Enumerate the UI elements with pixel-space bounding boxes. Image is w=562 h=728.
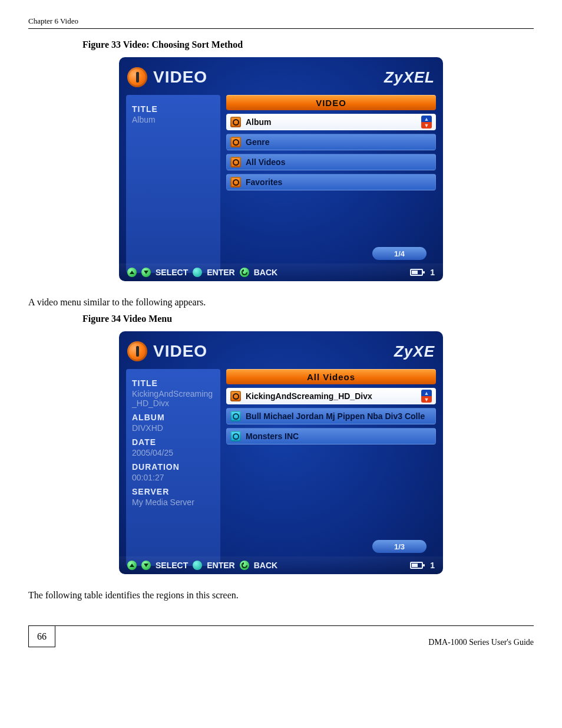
side-server-value: My Media Server	[132, 498, 214, 507]
section-logo: VIDEO	[127, 67, 207, 87]
item-icon	[230, 117, 241, 127]
running-head: Chapter 6 Video	[28, 17, 534, 26]
hint-bar: SELECT ENTER BACK 1	[119, 263, 443, 281]
side-title-label: TITLE	[132, 104, 214, 114]
list-main: VIDEO Album ▲▼ Genre All Videos	[226, 95, 436, 273]
enter-hint-icon	[193, 561, 202, 570]
side-title-value: Album	[132, 115, 214, 124]
item-label: Album	[246, 117, 416, 127]
down-hint-icon	[141, 561, 151, 570]
back-hint-icon	[240, 561, 249, 570]
list-header: All Videos	[226, 369, 436, 384]
section-logo: VIDEO	[127, 341, 207, 361]
item-icon	[230, 177, 241, 187]
list-main: All Videos KickingAndScreaming_HD_Divx ▲…	[226, 369, 436, 566]
item-label: Bull Michael Jordan Mj Pippen Nba Div3 C…	[246, 411, 432, 421]
list-header: VIDEO	[226, 95, 436, 110]
list-item[interactable]: Genre	[226, 134, 436, 150]
side-duration-label: DURATION	[132, 462, 214, 472]
side-album-value: DIVXHD	[132, 423, 214, 433]
battery-count: 1	[430, 268, 435, 277]
battery-count: 1	[430, 561, 435, 570]
figure33-screenshot: VIDEO ZyXEL TITLE Album VIDEO Album ▲▼	[119, 57, 443, 281]
item-label: All Videos	[246, 157, 432, 167]
figure34-screenshot: VIDEO ZyXE TITLE KickingAndScreaming_HD_…	[119, 331, 443, 574]
list-item[interactable]: Bull Michael Jordan Mj Pippen Nba Div3 C…	[226, 408, 436, 424]
info-sidebar: TITLE KickingAndScreaming_HD_Divx ALBUM …	[126, 369, 220, 566]
scroll-spinner-icon[interactable]: ▲▼	[421, 116, 432, 129]
hint-enter: ENTER	[207, 268, 234, 277]
side-title-label: TITLE	[132, 378, 214, 388]
guide-title: DMA-1000 Series User's Guide	[66, 638, 534, 647]
body-line: A video menu similar to the following ap…	[28, 295, 534, 309]
figure34-caption: Figure 34 Video Menu	[82, 314, 534, 324]
battery-icon	[410, 269, 423, 276]
up-hint-icon	[127, 561, 137, 570]
section-title: VIDEO	[153, 68, 207, 87]
item-icon	[230, 137, 241, 147]
hint-bar: SELECT ENTER BACK 1	[119, 556, 443, 574]
item-label: Favorites	[246, 177, 432, 187]
scroll-spinner-icon[interactable]: ▲▼	[421, 390, 432, 403]
item-icon	[230, 431, 241, 442]
section-title: VIDEO	[153, 342, 207, 361]
side-duration-value: 00:01:27	[132, 473, 214, 482]
page-footer: 66 DMA-1000 Series User's Guide	[28, 625, 534, 647]
hint-select: SELECT	[156, 268, 188, 277]
item-icon	[230, 157, 241, 167]
rule-top	[28, 28, 534, 29]
brand-text: ZyXEL	[384, 68, 435, 87]
item-icon	[230, 391, 241, 401]
hint-select: SELECT	[156, 561, 188, 570]
side-album-label: ALBUM	[132, 413, 214, 422]
item-label: Genre	[246, 137, 432, 147]
side-title-value: KickingAndScreaming_HD_Divx	[132, 389, 214, 408]
up-hint-icon	[127, 268, 137, 277]
brand-text: ZyXE	[394, 342, 435, 361]
back-hint-icon	[240, 268, 249, 277]
list-item[interactable]: All Videos	[226, 154, 436, 170]
list-item[interactable]: KickingAndScreaming_HD_Divx ▲▼	[226, 388, 436, 404]
side-date-value: 2005/04/25	[132, 448, 214, 457]
side-date-label: DATE	[132, 437, 214, 447]
info-sidebar: TITLE Album	[126, 95, 220, 273]
pager: 1/3	[372, 540, 427, 553]
hint-enter: ENTER	[207, 561, 234, 570]
pager: 1/4	[372, 247, 427, 260]
hint-back: BACK	[254, 268, 277, 277]
battery-icon	[410, 562, 423, 569]
figure33-caption: Figure 33 Video: Choosing Sort Method	[82, 39, 534, 50]
side-server-label: SERVER	[132, 487, 214, 496]
item-label: Monsters INC	[246, 431, 432, 441]
list-item[interactable]: Album ▲▼	[226, 114, 436, 130]
video-disc-icon	[127, 341, 147, 361]
hint-back: BACK	[254, 561, 277, 570]
enter-hint-icon	[193, 268, 202, 277]
video-disc-icon	[127, 67, 147, 87]
list-item[interactable]: Favorites	[226, 174, 436, 190]
item-label: KickingAndScreaming_HD_Divx	[246, 391, 416, 401]
item-icon	[230, 411, 241, 421]
list-item[interactable]: Monsters INC	[226, 428, 436, 444]
body-line: The following table identifies the regio…	[28, 588, 534, 602]
page-number: 66	[28, 625, 55, 647]
down-hint-icon	[141, 268, 151, 277]
